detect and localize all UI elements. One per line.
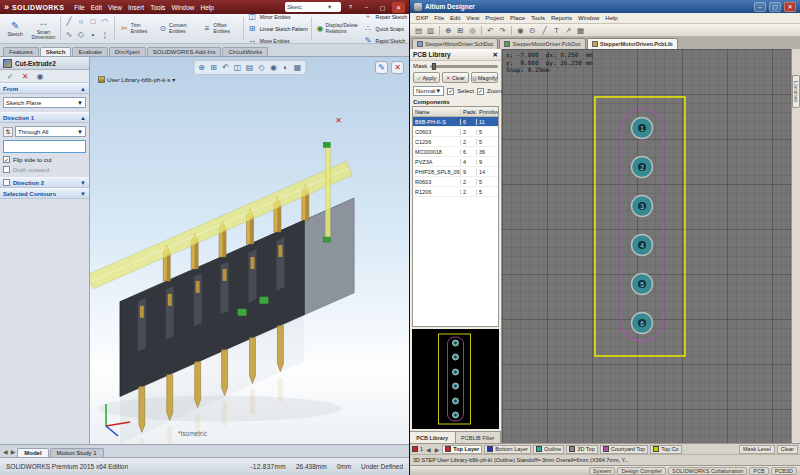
pcb3d-panels-button[interactable]: PCB3D bbox=[771, 467, 797, 475]
trim-entities-button[interactable]: ✂ Trim Entities bbox=[118, 15, 154, 42]
end-condition-select[interactable]: Through All ▼ bbox=[15, 126, 86, 137]
polygon-icon[interactable]: ◇ bbox=[75, 29, 86, 40]
sketch-button[interactable]: ✎ Sketch bbox=[2, 15, 28, 42]
rapid-sketch-button[interactable]: ✎ Rapid Sketch bbox=[363, 35, 407, 46]
from-section-header[interactable]: From ▲ bbox=[0, 83, 89, 94]
grid-icon[interactable]: ▦ bbox=[575, 25, 586, 36]
undo-icon[interactable]: ↶ bbox=[485, 25, 496, 36]
pad-2[interactable]: 2 bbox=[632, 157, 653, 178]
magnify-button[interactable]: ◎ Magnify bbox=[471, 72, 498, 83]
layer-tab-top-co[interactable]: Top Co bbox=[650, 445, 681, 454]
footprint-preview[interactable] bbox=[412, 329, 499, 429]
menu-insert[interactable]: Insert bbox=[125, 4, 147, 11]
table-row[interactable]: R1206 2 5 bbox=[413, 187, 498, 197]
tab-model[interactable]: Model bbox=[17, 448, 48, 457]
sketch-relation-badge[interactable] bbox=[259, 297, 268, 304]
breadcrumb[interactable]: User Library-b6b-ph-k-s ▾ bbox=[98, 76, 175, 83]
from-plane-select[interactable]: Sketch Plane ▼ bbox=[3, 97, 86, 108]
sketch-highlight-edge[interactable] bbox=[325, 147, 330, 239]
tab-evaluate[interactable]: Evaluate bbox=[72, 47, 107, 56]
search-dropdown-icon[interactable]: ▾ bbox=[328, 3, 331, 11]
table-row[interactable]: PVZ3A 4 9 bbox=[413, 157, 498, 167]
pad-6[interactable]: 6 bbox=[632, 313, 653, 334]
pcb-canvas[interactable]: x: -7.000 dx: 9.250 mmy: 8.000 dy: 26.25… bbox=[502, 49, 791, 443]
menu-project[interactable]: Project bbox=[482, 15, 507, 21]
connector-leg[interactable] bbox=[250, 338, 256, 384]
previous-view-icon[interactable]: ↶ bbox=[220, 62, 231, 73]
graphics-area[interactable]: ✕ ⊕ ⊞ ↶ ◫ ▤ ◇ ◉ ◐ ▦ User Library-b6b-ph-… bbox=[90, 57, 409, 444]
direction1-section-header[interactable]: Direction 1 ▲ bbox=[0, 112, 89, 123]
tab-sketch[interactable]: Sketch bbox=[40, 47, 72, 56]
linear-sketch-pattern-button[interactable]: ⊞ Linear Sketch Pattern bbox=[247, 23, 308, 34]
system-panels-button[interactable]: System bbox=[589, 467, 615, 475]
menu-file[interactable]: File bbox=[71, 4, 87, 11]
ok-button[interactable]: ✓ bbox=[7, 72, 14, 81]
tab-pcblib[interactable]: StepperMotorDriven.PcbLib bbox=[587, 38, 678, 49]
table-row[interactable]: MC000018 6 36 bbox=[413, 147, 498, 157]
sketch-endpoint-handle[interactable] bbox=[323, 237, 330, 242]
layer-tab-bottom[interactable]: Bottom Layer bbox=[484, 445, 531, 454]
cancel-button[interactable]: ✕ bbox=[22, 72, 29, 81]
point-icon[interactable]: • bbox=[87, 29, 98, 40]
exit-sketch-icon[interactable]: ✎ bbox=[375, 61, 388, 74]
place-string-icon[interactable]: T bbox=[551, 25, 562, 36]
centerline-icon[interactable]: ¦ bbox=[99, 29, 110, 40]
offset-entities-button[interactable]: ≡ Offset Entities bbox=[201, 15, 240, 42]
layer-tab-top[interactable]: Top Layer bbox=[442, 445, 482, 454]
menu-dxp[interactable]: DXP bbox=[413, 15, 431, 21]
menu-window[interactable]: Window bbox=[575, 15, 602, 21]
filter-icon[interactable]: ◎ bbox=[467, 25, 478, 36]
move-entities-button[interactable]: ↔ Move Entities bbox=[247, 35, 308, 46]
maximize-button[interactable]: ▢ bbox=[769, 2, 781, 12]
reverse-direction-button[interactable]: ⇅ bbox=[3, 127, 13, 137]
table-row[interactable]: C0603 2 5 bbox=[413, 127, 498, 137]
panel-close-icon[interactable]: ✕ bbox=[493, 51, 498, 59]
repair-sketch-button[interactable]: + Repair Sketch bbox=[363, 11, 407, 22]
rectangle-icon[interactable]: □ bbox=[87, 16, 98, 27]
minimize-button[interactable]: – bbox=[754, 2, 766, 12]
appearance-icon[interactable]: ◐ bbox=[280, 62, 291, 73]
menu-tools[interactable]: Tools bbox=[528, 15, 548, 21]
tab-addins[interactable]: SOLIDWORKS Add-Ins bbox=[147, 47, 222, 56]
clear-mask-button[interactable]: Clear bbox=[777, 445, 798, 454]
selected-contours-section-header[interactable]: Selected Contours ▼ bbox=[0, 188, 89, 199]
sketch-endpoint-handle[interactable] bbox=[323, 142, 330, 147]
section-view-icon[interactable]: ◫ bbox=[232, 62, 243, 73]
menu-view[interactable]: View bbox=[105, 4, 125, 11]
open-icon[interactable]: ▤ bbox=[413, 25, 424, 36]
convert-entities-button[interactable]: ⊙ Convert Entities bbox=[156, 15, 198, 42]
menu-view[interactable]: View bbox=[463, 15, 482, 21]
circle-icon[interactable]: ○ bbox=[75, 16, 86, 27]
place-pad-icon[interactable]: ◉ bbox=[515, 25, 526, 36]
search-input[interactable] bbox=[287, 4, 327, 10]
mode-select[interactable]: Normal ▼ bbox=[413, 86, 444, 96]
hide-show-icon[interactable]: ◉ bbox=[268, 62, 279, 73]
menu-edit[interactable]: Edit bbox=[447, 15, 463, 21]
tab-pcb-library[interactable]: PCB Library bbox=[410, 432, 456, 443]
menu-reports[interactable]: Reports bbox=[548, 15, 575, 21]
footprint-drawing[interactable]: 1 2 3 4 bbox=[502, 49, 791, 443]
table-row[interactable]: R0603 2 5 bbox=[413, 177, 498, 187]
pcb-panels-button[interactable]: PCB bbox=[749, 467, 768, 475]
tab-schdoc[interactable]: StepperMotorDriver.SchDoc bbox=[412, 38, 498, 49]
display-style-icon[interactable]: ◇ bbox=[256, 62, 267, 73]
table-row[interactable]: C1206 2 5 bbox=[413, 137, 498, 147]
menu-place[interactable]: Place bbox=[507, 15, 528, 21]
layer-scroll-left-icon[interactable]: ◀ bbox=[425, 446, 432, 453]
preview-button[interactable]: ◉ bbox=[36, 72, 43, 81]
connector-leg[interactable] bbox=[195, 362, 201, 408]
menu-tools[interactable]: Tools bbox=[147, 4, 168, 11]
tab-circuitworks[interactable]: CircuitWorks bbox=[222, 47, 268, 56]
arc-icon[interactable]: ◠ bbox=[99, 16, 110, 27]
menu-help[interactable]: Help bbox=[198, 4, 217, 11]
pad-3[interactable]: 3 bbox=[632, 196, 653, 217]
flip-side-checkbox[interactable]: ✓ Flip side to cut bbox=[3, 156, 86, 163]
direction2-section-header[interactable]: Direction 2 ▼ bbox=[0, 177, 89, 188]
line-icon[interactable]: ╱ bbox=[63, 16, 74, 27]
help-icon[interactable]: ? bbox=[344, 2, 357, 13]
libraries-panel-tab[interactable]: Libraries bbox=[792, 75, 800, 108]
pad-1[interactable]: 1 bbox=[632, 118, 653, 139]
table-header[interactable]: Name Pads Primitives bbox=[413, 107, 498, 117]
layer-tab-3d-top[interactable]: 3D Top bbox=[566, 445, 597, 454]
connector-leg[interactable] bbox=[277, 326, 283, 372]
